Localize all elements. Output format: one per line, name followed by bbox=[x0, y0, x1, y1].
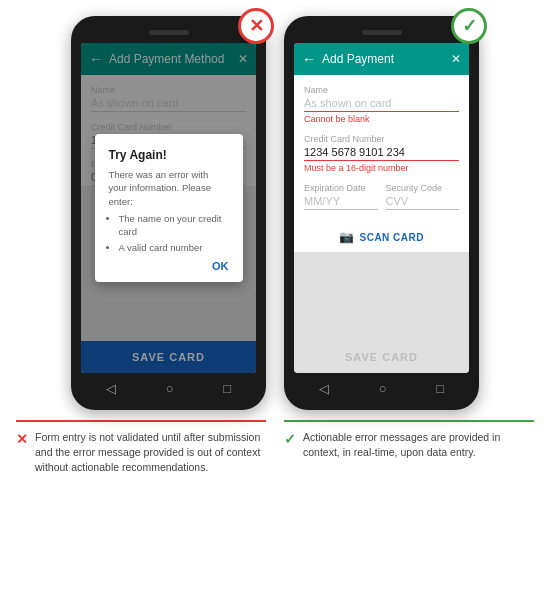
left-dialog-actions: OK bbox=[109, 260, 229, 272]
right-close-icon[interactable]: ✕ bbox=[451, 52, 461, 66]
right-nav: ◁ ○ □ bbox=[294, 375, 469, 400]
left-dialog-ok[interactable]: OK bbox=[212, 260, 229, 272]
right-name-error: Cannot be blank bbox=[304, 114, 459, 124]
left-dialog-list: The name on your credit card A valid car… bbox=[109, 212, 229, 254]
right-cc-error: Must be a 16-digit number bbox=[304, 163, 459, 173]
right-cvv-input[interactable]: CVV bbox=[386, 195, 460, 210]
right-exp-input[interactable]: MM/YY bbox=[304, 195, 378, 210]
bad-desc-item: ✕ Form entry is not validated until afte… bbox=[16, 430, 266, 476]
left-phone: ← Add Payment Method ✕ Name As shown on … bbox=[71, 16, 266, 410]
left-dialog-body: There was an error with your information… bbox=[109, 168, 229, 254]
left-phone-wrapper: ✕ ← Add Payment Method ✕ Name As shown o… bbox=[71, 16, 266, 410]
right-name-field: Name As shown on card Cannot be blank bbox=[304, 85, 459, 124]
left-screen: ← Add Payment Method ✕ Name As shown on … bbox=[81, 43, 256, 373]
right-name-input[interactable]: As shown on card bbox=[304, 97, 459, 112]
left-nav-back[interactable]: ◁ bbox=[106, 381, 116, 396]
left-nav: ◁ ○ □ bbox=[81, 375, 256, 400]
left-nav-recent[interactable]: □ bbox=[223, 381, 231, 396]
right-header-title: Add Payment bbox=[322, 52, 445, 66]
right-row-fields: Expiration Date MM/YY Security Code CVV bbox=[304, 183, 459, 220]
right-nav-recent[interactable]: □ bbox=[436, 381, 444, 396]
scan-icon: 📷 bbox=[339, 230, 355, 244]
bad-desc-icon: ✕ bbox=[16, 431, 28, 447]
scan-card-label: SCAN CARD bbox=[360, 232, 425, 243]
good-desc-text: Actionable error messages are provided i… bbox=[303, 430, 534, 460]
left-dialog-item-1: The name on your credit card bbox=[119, 212, 229, 239]
good-desc-item: ✓ Actionable error messages are provided… bbox=[284, 430, 534, 476]
desc-row: ✕ Form entry is not validated until afte… bbox=[12, 420, 538, 476]
left-dialog: Try Again! There was an error with your … bbox=[95, 134, 243, 282]
right-nav-home[interactable]: ○ bbox=[379, 381, 387, 396]
right-form-area: Name As shown on card Cannot be blank Cr… bbox=[294, 75, 469, 252]
right-badge: ✓ bbox=[451, 8, 487, 44]
right-header: ← Add Payment ✕ bbox=[294, 43, 469, 75]
right-cvv-label: Security Code bbox=[386, 183, 460, 193]
left-dialog-title: Try Again! bbox=[109, 148, 229, 162]
right-scan-card[interactable]: 📷 SCAN CARD bbox=[304, 220, 459, 252]
right-cc-field: Credit Card Number 1234 5678 9101 234 Mu… bbox=[304, 134, 459, 173]
left-nav-home[interactable]: ○ bbox=[166, 381, 174, 396]
good-divider bbox=[284, 420, 534, 422]
right-screen: ← Add Payment ✕ Name As shown on card Ca… bbox=[294, 43, 469, 373]
right-phone-wrapper: ✓ ← Add Payment ✕ Name As shown on card … bbox=[284, 16, 479, 410]
right-phone: ← Add Payment ✕ Name As shown on card Ca… bbox=[284, 16, 479, 410]
right-name-label: Name bbox=[304, 85, 459, 95]
right-save-btn[interactable]: SAVE CARD bbox=[294, 341, 469, 373]
bad-divider bbox=[16, 420, 266, 422]
left-dialog-overlay: Try Again! There was an error with your … bbox=[81, 43, 256, 373]
right-nav-back[interactable]: ◁ bbox=[319, 381, 329, 396]
right-exp-label: Expiration Date bbox=[304, 183, 378, 193]
good-desc-wrapper: ✓ Actionable error messages are provided… bbox=[284, 420, 534, 476]
left-speaker bbox=[149, 30, 189, 35]
left-badge: ✕ bbox=[238, 8, 274, 44]
right-exp-field: Expiration Date MM/YY bbox=[304, 183, 378, 210]
bad-desc-text: Form entry is not validated until after … bbox=[35, 430, 266, 476]
good-desc-icon: ✓ bbox=[284, 431, 296, 447]
bad-desc-wrapper: ✕ Form entry is not validated until afte… bbox=[16, 420, 266, 476]
left-dialog-item-2: A valid card number bbox=[119, 241, 229, 254]
right-back-arrow[interactable]: ← bbox=[302, 51, 316, 67]
right-speaker bbox=[362, 30, 402, 35]
right-cc-input[interactable]: 1234 5678 9101 234 bbox=[304, 146, 459, 161]
right-cvv-field: Security Code CVV bbox=[386, 183, 460, 210]
phones-row: ✕ ← Add Payment Method ✕ Name As shown o… bbox=[71, 16, 479, 410]
right-cc-label: Credit Card Number bbox=[304, 134, 459, 144]
